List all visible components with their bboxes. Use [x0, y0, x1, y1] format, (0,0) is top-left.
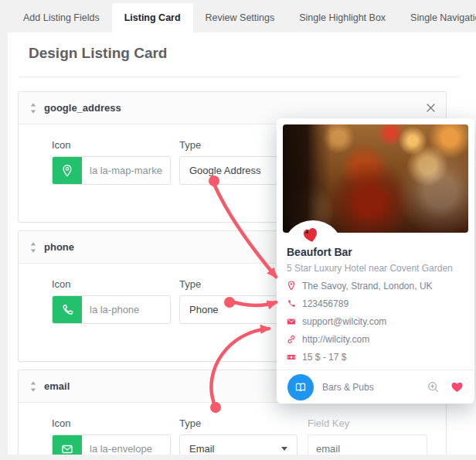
footer-actions [427, 381, 464, 393]
drag-handle-icon[interactable] [29, 381, 37, 392]
listing-tagline: 5 Star Luxury Hotel near Covent Garden [287, 263, 453, 274]
contact-text: support@wilcity.com [302, 316, 386, 327]
panel-body: Icon Type Email Field [19, 403, 446, 455]
icon-label: Icon [52, 139, 171, 151]
icon-class-input[interactable] [82, 157, 170, 184]
page-title: Design Listing Card [29, 45, 167, 62]
icon-label: Icon [52, 278, 171, 290]
contact-text: 15 $ - 17 $ [302, 352, 346, 363]
icon-field [52, 156, 171, 185]
listing-card-settings-page: { "tabs": [ {"label": "Add Listing Field… [0, 0, 476, 460]
drag-handle-icon[interactable] [29, 103, 37, 114]
contact-text: 123456789 [302, 298, 348, 309]
contact-row-website[interactable]: http://wilcity.com [287, 330, 433, 348]
link-icon [287, 335, 296, 344]
contact-row-address[interactable]: The Savoy, Strand, London, UK [287, 277, 433, 295]
type-selected-value: Email [189, 443, 215, 455]
type-selected-value: Google Address [189, 165, 261, 176]
panel-name: phone [44, 241, 74, 253]
contact-row-phone[interactable]: 123456789 [287, 295, 433, 312]
tab-listing-card[interactable]: Listing Card [112, 3, 193, 32]
panel-name: email [44, 380, 70, 392]
type-selected-value: Phone [189, 304, 219, 315]
contact-row-email[interactable]: support@wilcity.com [287, 312, 433, 330]
envelope-icon [287, 317, 296, 326]
category-badge[interactable] [287, 374, 314, 400]
type-select[interactable]: Email [179, 434, 298, 455]
phone-icon [53, 296, 82, 323]
listing-photo [283, 124, 468, 233]
settings-tab-bar: Add Listing Fields Listing Card Review S… [0, 0, 476, 32]
tab-single-highlight-box[interactable]: Single Highlight Box [287, 3, 398, 32]
wilcity-logo-icon [302, 226, 319, 247]
contact-text: The Savoy, Strand, London, UK [302, 281, 433, 291]
icon-class-input[interactable] [82, 296, 170, 323]
divider [18, 77, 460, 77]
tab-add-listing-fields[interactable]: Add Listing Fields [11, 3, 112, 32]
category-label[interactable]: Bars & Pubs [322, 382, 374, 393]
open-book-icon [294, 382, 307, 393]
map-marker-icon [53, 157, 82, 184]
phone-icon [287, 299, 296, 308]
card-footer: Bars & Pubs [277, 370, 474, 404]
field-key-input[interactable] [308, 434, 427, 455]
drag-handle-icon[interactable] [29, 242, 37, 253]
chevron-down-icon [281, 447, 287, 451]
heart-icon[interactable] [450, 381, 464, 393]
panel-name: google_address [44, 102, 121, 114]
money-icon [287, 353, 296, 362]
envelope-icon [53, 435, 82, 455]
icon-class-input[interactable] [82, 435, 170, 455]
map-marker-icon [287, 281, 296, 291]
tab-review-settings[interactable]: Review Settings [193, 3, 287, 32]
listing-preview-card[interactable]: Beaufort Bar 5 Star Luxury Hotel near Co… [277, 118, 474, 404]
icon-field [52, 295, 171, 324]
listing-title[interactable]: Beaufort Bar [287, 246, 352, 258]
listing-contacts: The Savoy, Strand, London, UK 123456789 … [287, 277, 433, 366]
type-label: Type [179, 417, 298, 429]
zoom-plus-icon[interactable] [427, 381, 439, 393]
close-icon[interactable] [427, 104, 435, 112]
tab-single-navigation[interactable]: Single Navigation [398, 3, 476, 32]
field-key-label: Field Key [308, 417, 427, 429]
contact-row-price[interactable]: 15 $ - 17 $ [287, 348, 433, 366]
icon-field [52, 434, 171, 455]
contact-text: http://wilcity.com [302, 334, 369, 345]
icon-label: Icon [52, 417, 171, 429]
